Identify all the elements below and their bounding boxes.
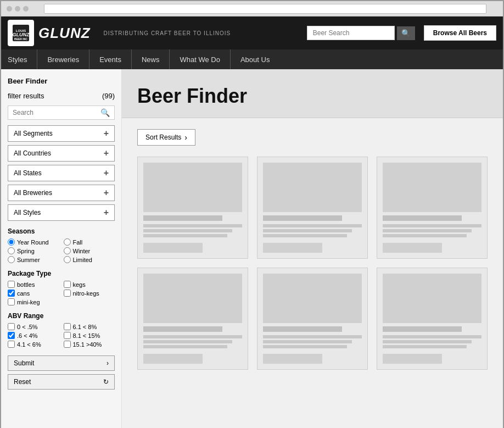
filter-count: (99)	[102, 92, 115, 100]
sort-button[interactable]: Sort Results ›	[137, 129, 195, 146]
chevron-right-icon: ›	[184, 133, 187, 142]
search-input[interactable]	[307, 26, 395, 40]
card-desc-lines	[383, 335, 481, 348]
search-button[interactable]: 🔍	[397, 26, 415, 40]
abv-label: ABV Range	[8, 312, 115, 320]
browse-all-beers-button[interactable]: Browse All Beers	[424, 25, 496, 41]
abv-4.1-6[interactable]: 4.1 < 6%	[8, 341, 59, 348]
card-action-btn	[143, 243, 203, 253]
plus-icon: +	[104, 148, 109, 158]
chevron-right-icon: ›	[107, 359, 109, 367]
season-winter[interactable]: Winter	[64, 247, 115, 254]
card-line	[143, 340, 232, 343]
card-desc-lines	[143, 335, 242, 348]
season-summer[interactable]: Summer	[8, 256, 59, 263]
card-title-line	[383, 215, 462, 221]
card-line	[143, 335, 242, 338]
pkg-cans[interactable]: cans	[8, 290, 59, 297]
filter-all-states[interactable]: All States +	[8, 165, 115, 181]
submit-button[interactable]: Submit ›	[8, 355, 115, 371]
seasons-group: Year Round Fall Spring Winter Summer Lim…	[8, 238, 115, 263]
card-image	[143, 274, 242, 323]
sidebar-title: Beer Finder	[8, 77, 115, 85]
plus-icon: +	[104, 208, 109, 218]
abv-group: 0 < .5% 6.1 < 8% .6 < 4% 8.1 < 15% 4.1 <…	[8, 323, 115, 348]
sort-bar: Sort Results ›	[137, 129, 488, 146]
product-card[interactable]	[377, 157, 488, 259]
season-fall[interactable]: Fall	[64, 238, 115, 246]
product-card[interactable]	[137, 157, 248, 259]
top-bar: LOUIS GLUNZ BEER INC GLUNZ DISTRIBUTING …	[1, 16, 503, 49]
card-line	[143, 234, 227, 237]
content-area: Beer Finder Sort Results ›	[122, 69, 503, 428]
filter-all-styles[interactable]: All Styles +	[8, 204, 115, 221]
search-icon: 🔍	[100, 108, 110, 117]
nav-what-we-do[interactable]: What We Do	[170, 49, 230, 69]
abv-15.1-40[interactable]: 15.1 >40%	[64, 341, 115, 348]
product-card[interactable]	[377, 268, 488, 370]
content-header: Beer Finder	[122, 69, 503, 118]
card-image	[263, 274, 362, 323]
sidebar-search-input[interactable]	[13, 109, 100, 116]
pkg-mini-keg[interactable]: mini-keg	[8, 298, 59, 305]
abv-6.1-8[interactable]: 6.1 < 8%	[64, 323, 115, 330]
card-title-line	[263, 215, 342, 221]
nav-news[interactable]: News	[132, 49, 170, 69]
reset-button[interactable]: Reset ↻	[8, 374, 115, 390]
season-year-round[interactable]: Year Round	[8, 238, 59, 246]
season-limited[interactable]: Limited	[64, 256, 115, 263]
main-layout: Beer Finder filter results (99) 🔍 All Se…	[1, 69, 503, 428]
filter-label: filter results	[8, 92, 44, 100]
refresh-icon: ↻	[103, 378, 109, 386]
card-line	[263, 234, 347, 237]
card-action-btn	[383, 354, 442, 364]
tagline: DISTRIBUTING CRAFT BEER TO ILLINOIS	[104, 30, 298, 36]
pkg-kegs[interactable]: kegs	[64, 281, 115, 288]
card-action-btn	[263, 354, 322, 364]
card-line	[383, 229, 472, 232]
product-grid	[137, 157, 488, 370]
card-line	[383, 224, 481, 227]
nav-events[interactable]: Events	[89, 49, 132, 69]
product-card[interactable]	[137, 268, 248, 370]
card-desc-lines	[143, 224, 242, 237]
card-line	[143, 229, 232, 232]
pkg-bottles[interactable]: bottles	[8, 281, 59, 288]
logo-icon: LOUIS GLUNZ BEER INC	[8, 20, 34, 46]
card-line	[383, 335, 481, 338]
card-action-btn	[383, 243, 442, 253]
card-title-line	[143, 215, 222, 221]
filter-all-segments[interactable]: All Segments +	[8, 125, 115, 142]
card-line	[263, 340, 352, 343]
action-buttons: Submit › Reset ↻	[8, 355, 115, 390]
card-line	[383, 340, 472, 343]
card-line	[263, 335, 362, 338]
card-line	[263, 229, 352, 232]
search-area: 🔍	[307, 26, 415, 40]
nav-about-us[interactable]: About Us	[231, 49, 279, 69]
card-line	[143, 224, 242, 227]
sidebar-search-field[interactable]: 🔍	[8, 105, 115, 120]
nav-breweries[interactable]: Breweries	[37, 49, 89, 69]
season-spring[interactable]: Spring	[8, 247, 59, 254]
logo-area: LOUIS GLUNZ BEER INC GLUNZ	[8, 20, 91, 46]
abv-8.1-15[interactable]: 8.1 < 15%	[64, 332, 115, 339]
filter-all-breweries[interactable]: All Breweries +	[8, 185, 115, 201]
product-card[interactable]	[257, 268, 368, 370]
abv-.6-4[interactable]: .6 < 4%	[8, 332, 59, 339]
filter-all-countries[interactable]: All Countries +	[8, 145, 115, 162]
pkg-nitro-kegs[interactable]: nitro-kegs	[64, 290, 115, 297]
card-desc-lines	[263, 335, 362, 348]
product-card[interactable]	[257, 157, 368, 259]
card-line	[263, 345, 347, 348]
seasons-label: Seasons	[8, 227, 115, 235]
card-line	[263, 224, 362, 227]
nav-styles[interactable]: Styles	[8, 49, 37, 69]
logo-text: GLUNZ	[38, 26, 91, 40]
abv-0-.5[interactable]: 0 < .5%	[8, 323, 59, 330]
card-title-line	[383, 326, 462, 332]
card-image	[383, 163, 481, 212]
page-title: Beer Finder	[137, 85, 488, 108]
card-image	[383, 274, 481, 323]
brand-name: GLUNZ	[38, 26, 91, 40]
